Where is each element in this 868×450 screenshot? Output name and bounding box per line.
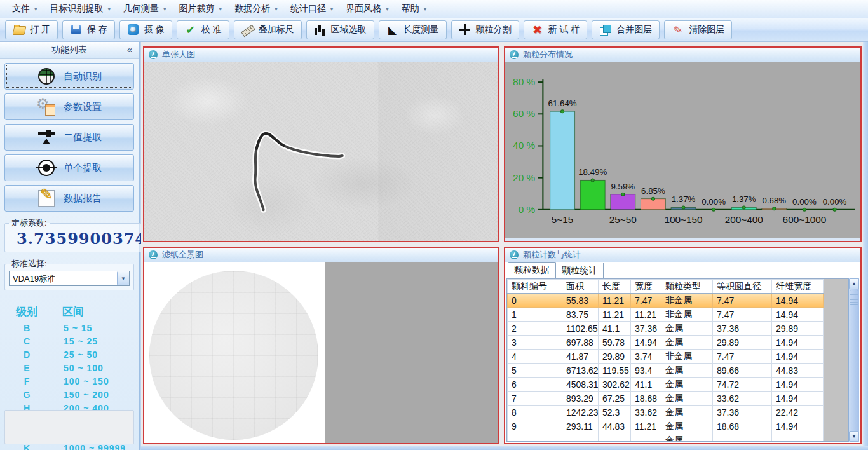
table-row-4[interactable]: 441.8729.893.74非金属7.4714.94	[508, 350, 824, 364]
save-button[interactable]: 保 存	[62, 20, 115, 39]
cell: 302.62	[599, 378, 631, 392]
cell: 41.87	[562, 350, 599, 364]
column-header-3[interactable]: 宽度	[631, 280, 661, 294]
standard-groupbox: 标准选择: VDA19标准 ▼	[4, 258, 134, 290]
cell: 29.89	[772, 322, 824, 336]
menu-item-6[interactable]: 界面风格 ▾	[340, 1, 395, 17]
level-letter: C	[6, 335, 47, 348]
cell: 金属	[661, 378, 713, 392]
sidebar-title: 功能列表	[51, 44, 87, 56]
table-row-0[interactable]: 055.8311.217.47非金属7.4714.94	[508, 294, 824, 308]
ruler-button[interactable]: 叠加标尺	[234, 20, 302, 39]
level-range: 50 ~ 100	[47, 362, 104, 375]
report-icon: ✎	[38, 190, 55, 207]
cell	[631, 433, 661, 442]
menu-item-2[interactable]: 几何测量 ▾	[118, 1, 172, 17]
menu-item-0[interactable]: 文件 ▾	[6, 1, 43, 17]
tab-1[interactable]: 颗粒统计	[556, 263, 604, 278]
microscope-icon	[149, 250, 158, 259]
bar-value-label: 9.59%	[611, 182, 635, 191]
column-header-1[interactable]: 面积	[562, 280, 599, 294]
cell: 18.68	[631, 392, 661, 406]
level-row: E 50 ~ 100	[6, 362, 132, 375]
split-button[interactable]: 颗粒分割	[451, 20, 519, 39]
cell: 33.62	[631, 406, 661, 419]
table-row-9[interactable]: 9293.1144.8311.21金属18.6814.94	[508, 419, 824, 433]
column-header-2[interactable]: 长度	[599, 280, 631, 294]
collapse-sidebar-icon[interactable]: «	[127, 44, 132, 55]
bar-marker	[651, 197, 654, 200]
menu-item-7[interactable]: 帮助 ▾	[396, 1, 433, 17]
sidebar-button-label: 参数设置	[64, 101, 102, 113]
sidebar-button-label: 数据报告	[64, 193, 102, 205]
length-button[interactable]: ◣ 长度测量	[379, 20, 447, 39]
menu-item-5[interactable]: 统计口径 ▾	[285, 1, 339, 17]
camera-button[interactable]: 摄 像	[119, 20, 172, 39]
table-row-5[interactable]: 56713.62119.5593.4金属89.6644.83	[508, 364, 824, 378]
clear-icon: ✎	[671, 23, 686, 36]
bar-marker	[591, 179, 594, 182]
scrollbar-thumb[interactable]	[850, 290, 858, 305]
level-row: D 25 ~ 50	[6, 348, 132, 362]
cell	[772, 433, 824, 442]
bar-marker	[742, 206, 745, 209]
sidebar-button-params[interactable]: ⚙ 参数设置	[4, 93, 134, 120]
panel-title-distribution: 颗粒分布情况	[523, 49, 573, 60]
sidebar-button-auto[interactable]: 自动识别	[4, 63, 134, 90]
sidebar-button-report[interactable]: ✎ 数据报告	[4, 185, 134, 212]
sidebar-bottom-panel	[4, 410, 134, 444]
table-row-10[interactable]: 金属	[508, 433, 824, 442]
panel-title-single-image: 单张大图	[162, 49, 195, 60]
cell: 11.21	[599, 294, 631, 308]
calibrate-button[interactable]: ✔ 校 准	[177, 20, 229, 39]
open-button[interactable]: 打 开	[5, 20, 58, 39]
tab-0[interactable]: 颗粒数据	[508, 262, 556, 278]
panel-title-statistics: 颗粒计数与统计	[523, 249, 581, 261]
menu-item-1[interactable]: 目标识别提取 ▾	[44, 1, 117, 17]
column-header-0[interactable]: 颗料编号	[508, 280, 562, 294]
combo-dropdown-icon[interactable]: ▼	[117, 271, 129, 285]
level-range: 15 ~ 25	[47, 335, 98, 348]
column-header-6[interactable]: 纤维宽度	[772, 280, 824, 294]
cell: 293.11	[562, 419, 599, 433]
sidebar-button-single[interactable]: 单个提取	[4, 154, 134, 181]
region-button[interactable]: 区域选取	[306, 20, 374, 39]
cell: 119.55	[599, 364, 631, 378]
sidebar-button-binary[interactable]: 二值提取	[4, 124, 134, 151]
vertical-scrollbar[interactable]: ▲ ▼	[848, 278, 859, 442]
toolbar-button-label: 颗粒分割	[476, 24, 512, 36]
x-tick-label: 5~15	[552, 214, 574, 225]
cell: 6	[508, 378, 562, 392]
bar-marker	[561, 110, 564, 113]
cell: 74.72	[713, 378, 772, 392]
bar-marker	[773, 207, 776, 210]
scroll-up-button[interactable]: ▲	[849, 278, 859, 289]
standard-select[interactable]: VDA19标准 ▼	[9, 271, 130, 286]
panel-filter-paper: 滤纸全景图	[143, 247, 499, 444]
toolbar: 打 开 保 存 摄 像 ✔ 校 准 叠加标尺 区域选取 ◣ 长度测量 颗粒分割 …	[0, 18, 868, 42]
cell: 金属	[661, 433, 713, 442]
sidebar-button-label: 二值提取	[64, 132, 102, 144]
table-row-8[interactable]: 81242.2352.333.62金属37.3622.42	[508, 406, 824, 419]
fiber-outline	[255, 133, 342, 210]
merge-button[interactable]: 合并图层	[592, 20, 660, 39]
cell: 金属	[661, 419, 713, 433]
table-row-2[interactable]: 21102.6541.137.36金属37.3629.89	[508, 322, 824, 336]
table-row-3[interactable]: 3697.8859.7814.94金属29.8914.94	[508, 336, 824, 350]
clear-button[interactable]: ✎ 清除图层	[664, 20, 732, 39]
scroll-down-button[interactable]: ▼	[849, 431, 859, 442]
level-row: F 100 ~ 150	[6, 375, 132, 388]
menu-item-3[interactable]: 图片裁剪 ▾	[173, 1, 228, 17]
menu-item-4[interactable]: 数据分析 ▾	[229, 1, 283, 17]
table-row-1[interactable]: 183.7511.2111.21非金属7.4714.94	[508, 308, 824, 322]
cell	[713, 433, 772, 442]
filter-paper-empty-area	[325, 262, 498, 443]
table-row-7[interactable]: 7893.2967.2518.68金属33.6214.94	[508, 392, 824, 406]
scrollbar-track[interactable]	[849, 306, 859, 431]
column-header-4[interactable]: 颗粒类型	[661, 280, 713, 294]
column-header-5[interactable]: 等积圆直径	[713, 280, 772, 294]
level-letter: F	[6, 375, 47, 388]
table-row-6[interactable]: 64508.31302.6241.1金属74.7214.94	[508, 378, 824, 392]
new-sample-button[interactable]: ✖ 新 试 样	[524, 20, 588, 39]
distribution-bar-chart: 0 %20 %40 %60 %80 %61.64%5~1518.49%9.59%…	[505, 62, 860, 238]
